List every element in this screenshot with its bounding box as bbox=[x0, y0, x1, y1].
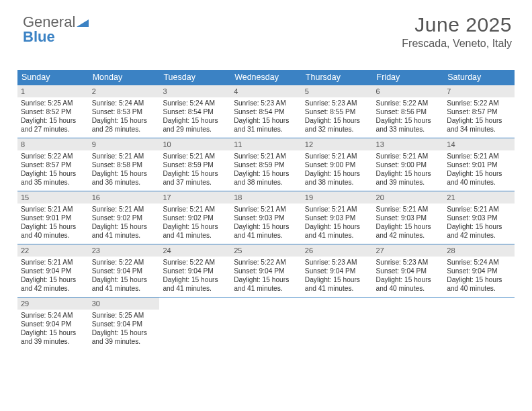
day-number: 17 bbox=[159, 191, 230, 203]
sunset-text: Sunset: 9:04 PM bbox=[305, 267, 369, 275]
day-body: Sunrise: 5:21 AMSunset: 8:59 PMDaylight:… bbox=[230, 150, 302, 189]
calendar-cell-empty bbox=[443, 298, 515, 350]
day-number: 19 bbox=[302, 191, 373, 203]
daylight-text: Daylight: 15 hours bbox=[376, 116, 441, 125]
calendar-cell: 12Sunrise: 5:21 AMSunset: 9:00 PMDayligh… bbox=[302, 138, 373, 191]
day-number: 12 bbox=[302, 138, 373, 150]
sunrise-text: Sunrise: 5:21 AM bbox=[163, 205, 227, 214]
day-body: Sunrise: 5:21 AMSunset: 9:04 PMDaylight:… bbox=[17, 257, 89, 295]
day-body: Sunrise: 5:21 AMSunset: 9:03 PMDaylight:… bbox=[230, 203, 302, 242]
sunrise-text: Sunrise: 5:24 AM bbox=[21, 311, 85, 320]
svg-marker-0 bbox=[77, 19, 89, 27]
day-number: 7 bbox=[443, 85, 515, 97]
sunrise-text: Sunrise: 5:25 AM bbox=[21, 99, 85, 107]
calendar-cell: 4Sunrise: 5:23 AMSunset: 8:54 PMDaylight… bbox=[230, 85, 302, 138]
daylight-text: and 41 minutes. bbox=[305, 284, 369, 293]
daylight-text: and 31 minutes. bbox=[234, 125, 298, 134]
sunrise-text: Sunrise: 5:21 AM bbox=[21, 258, 85, 267]
daylight-text: and 40 minutes. bbox=[376, 284, 441, 293]
sunrise-text: Sunrise: 5:23 AM bbox=[376, 258, 441, 267]
calendar-cell: 2Sunrise: 5:24 AMSunset: 8:53 PMDaylight… bbox=[89, 85, 160, 138]
day-number: 30 bbox=[89, 298, 160, 310]
calendar: SundayMondayTuesdayWednesdayThursdayFrid… bbox=[17, 70, 515, 350]
sunset-text: Sunset: 9:00 PM bbox=[376, 161, 441, 169]
sunrise-text: Sunrise: 5:24 AM bbox=[92, 99, 157, 107]
calendar-cell-empty bbox=[230, 298, 302, 350]
calendar-week: 15Sunrise: 5:21 AMSunset: 9:01 PMDayligh… bbox=[17, 191, 515, 244]
day-body: Sunrise: 5:21 AMSunset: 9:00 PMDaylight:… bbox=[373, 150, 444, 189]
daylight-text: and 38 minutes. bbox=[234, 178, 298, 187]
calendar-cell: 23Sunrise: 5:22 AMSunset: 9:04 PMDayligh… bbox=[89, 244, 160, 297]
day-body: Sunrise: 5:22 AMSunset: 8:57 PMDaylight:… bbox=[17, 150, 89, 189]
day-body: Sunrise: 5:23 AMSunset: 8:55 PMDaylight:… bbox=[302, 97, 373, 136]
calendar-cell-empty bbox=[159, 298, 230, 350]
calendar-cell: 10Sunrise: 5:21 AMSunset: 8:59 PMDayligh… bbox=[159, 138, 230, 191]
day-number: 1 bbox=[17, 85, 89, 97]
day-body: Sunrise: 5:22 AMSunset: 8:56 PMDaylight:… bbox=[373, 97, 444, 136]
daylight-text: Daylight: 15 hours bbox=[447, 169, 511, 178]
day-number bbox=[443, 298, 515, 310]
day-body: Sunrise: 5:23 AMSunset: 8:54 PMDaylight:… bbox=[230, 97, 302, 136]
page-title: June 2025 bbox=[402, 13, 512, 36]
sunrise-text: Sunrise: 5:21 AM bbox=[92, 152, 157, 161]
sunrise-text: Sunrise: 5:21 AM bbox=[376, 152, 441, 161]
sunrise-text: Sunrise: 5:21 AM bbox=[376, 205, 441, 214]
calendar-cell: 22Sunrise: 5:21 AMSunset: 9:04 PMDayligh… bbox=[17, 244, 89, 297]
sunset-text: Sunset: 9:03 PM bbox=[376, 214, 441, 222]
title-block: June 2025 Frescada, Veneto, Italy bbox=[402, 13, 512, 50]
daylight-text: and 41 minutes. bbox=[163, 284, 227, 293]
day-number: 11 bbox=[230, 138, 302, 150]
sunset-text: Sunset: 8:54 PM bbox=[163, 107, 227, 116]
daylight-text: Daylight: 15 hours bbox=[21, 169, 85, 178]
sunrise-text: Sunrise: 5:21 AM bbox=[21, 205, 85, 214]
day-body: Sunrise: 5:22 AMSunset: 9:04 PMDaylight:… bbox=[89, 257, 160, 295]
day-body: Sunrise: 5:21 AMSunset: 9:02 PMDaylight:… bbox=[89, 203, 160, 242]
daylight-text: Daylight: 15 hours bbox=[92, 222, 157, 231]
calendar-cell: 27Sunrise: 5:23 AMSunset: 9:04 PMDayligh… bbox=[373, 244, 444, 297]
day-number: 14 bbox=[443, 138, 515, 150]
daylight-text: and 33 minutes. bbox=[376, 125, 441, 134]
daylight-text: and 37 minutes. bbox=[163, 178, 227, 187]
daylight-text: and 41 minutes. bbox=[234, 284, 298, 293]
day-number: 24 bbox=[159, 244, 230, 257]
day-body: Sunrise: 5:24 AMSunset: 9:04 PMDaylight:… bbox=[443, 257, 515, 295]
daylight-text: Daylight: 15 hours bbox=[234, 222, 298, 231]
sunset-text: Sunset: 8:57 PM bbox=[21, 161, 85, 169]
day-body: Sunrise: 5:24 AMSunset: 8:53 PMDaylight:… bbox=[89, 97, 160, 136]
day-number: 21 bbox=[443, 191, 515, 203]
daylight-text: Daylight: 15 hours bbox=[92, 328, 157, 337]
sunrise-text: Sunrise: 5:22 AM bbox=[376, 99, 441, 107]
sunset-text: Sunset: 9:04 PM bbox=[21, 320, 85, 328]
sunrise-text: Sunrise: 5:21 AM bbox=[163, 152, 227, 161]
sunrise-text: Sunrise: 5:22 AM bbox=[234, 258, 298, 267]
day-body: Sunrise: 5:21 AMSunset: 9:01 PMDaylight:… bbox=[443, 150, 515, 189]
calendar-cell: 1Sunrise: 5:25 AMSunset: 8:52 PMDaylight… bbox=[17, 85, 89, 138]
day-body: Sunrise: 5:21 AMSunset: 8:59 PMDaylight:… bbox=[159, 150, 230, 189]
weekday-header: Monday bbox=[89, 70, 160, 85]
sunset-text: Sunset: 9:02 PM bbox=[163, 214, 227, 222]
daylight-text: Daylight: 15 hours bbox=[92, 169, 157, 178]
daylight-text: Daylight: 15 hours bbox=[21, 222, 85, 231]
sunset-text: Sunset: 9:01 PM bbox=[21, 214, 85, 222]
daylight-text: and 32 minutes. bbox=[305, 125, 369, 134]
sunrise-text: Sunrise: 5:22 AM bbox=[163, 258, 227, 267]
sunset-text: Sunset: 8:54 PM bbox=[234, 107, 298, 116]
calendar-cell: 18Sunrise: 5:21 AMSunset: 9:03 PMDayligh… bbox=[230, 191, 302, 244]
calendar-cell: 28Sunrise: 5:24 AMSunset: 9:04 PMDayligh… bbox=[443, 244, 515, 297]
location-label: Frescada, Veneto, Italy bbox=[402, 38, 512, 50]
calendar-week: 8Sunrise: 5:22 AMSunset: 8:57 PMDaylight… bbox=[17, 138, 515, 191]
sunset-text: Sunset: 8:57 PM bbox=[447, 107, 511, 116]
sunrise-text: Sunrise: 5:24 AM bbox=[163, 99, 227, 107]
calendar-week: 22Sunrise: 5:21 AMSunset: 9:04 PMDayligh… bbox=[17, 244, 515, 298]
daylight-text: and 40 minutes. bbox=[21, 231, 85, 240]
daylight-text: and 29 minutes. bbox=[163, 125, 227, 134]
day-body: Sunrise: 5:21 AMSunset: 9:02 PMDaylight:… bbox=[159, 203, 230, 242]
sunrise-text: Sunrise: 5:21 AM bbox=[234, 205, 298, 214]
sunset-text: Sunset: 9:04 PM bbox=[92, 320, 157, 328]
daylight-text: and 40 minutes. bbox=[447, 178, 511, 187]
sunset-text: Sunset: 9:04 PM bbox=[21, 267, 85, 275]
sunrise-text: Sunrise: 5:23 AM bbox=[234, 99, 298, 107]
calendar-cell: 5Sunrise: 5:23 AMSunset: 8:55 PMDaylight… bbox=[302, 85, 373, 138]
sunset-text: Sunset: 9:02 PM bbox=[92, 214, 157, 222]
daylight-text: and 28 minutes. bbox=[92, 125, 157, 134]
